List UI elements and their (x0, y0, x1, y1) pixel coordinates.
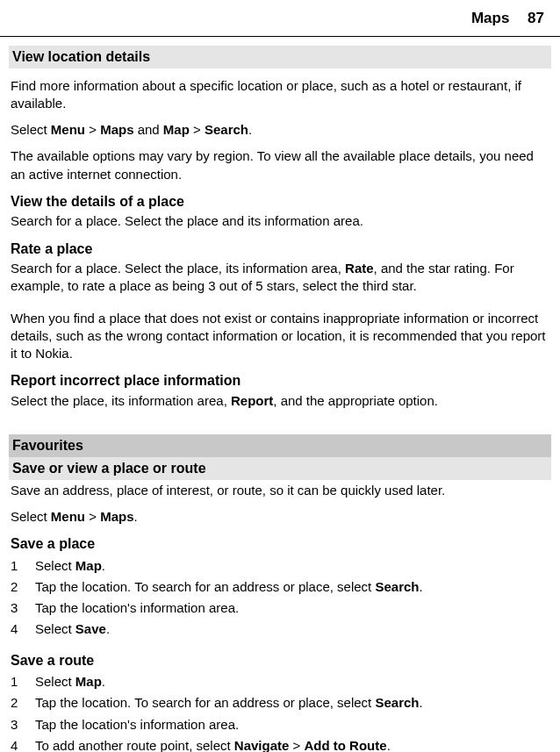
list-item: 4To add another route point, select Navi… (11, 735, 549, 752)
heading-save-place: Save a place (9, 534, 551, 554)
text: > (85, 122, 100, 137)
search-label: Search (205, 122, 248, 137)
heading-save-route: Save a route (9, 651, 551, 670)
list-text: Tap the location's information area. (35, 716, 549, 734)
list-text: Tap the location. To search for an addre… (35, 694, 549, 712)
heading-save-view-place-route: Save or view a place or route (9, 457, 551, 480)
list-text: Select Map. (35, 557, 549, 575)
list-text: To add another route point, select Navig… (35, 737, 549, 752)
heading-rate-place: Rate a place (9, 240, 551, 259)
para: Save an address, place of interest, or r… (11, 482, 549, 499)
list-item: 1Select Map. (11, 671, 549, 692)
heading-view-details: View the details of a place (9, 192, 551, 211)
text: . (133, 509, 137, 524)
map-label: Map (75, 674, 102, 689)
menu-label: Menu (51, 509, 85, 524)
list-text: Select Map. (35, 673, 549, 691)
list-text: Tap the location. To search for an addre… (35, 578, 549, 596)
text: > (289, 738, 304, 752)
text: > (190, 122, 205, 137)
text: Tap the location. To search for an addre… (35, 695, 375, 710)
text: . (106, 621, 110, 636)
map-label: Map (163, 122, 190, 137)
maps-label: Maps (100, 509, 133, 524)
para: Search for a place. Select the place, it… (11, 260, 549, 296)
heading-report-incorrect: Report incorrect place information (9, 371, 551, 390)
list-item: 1Select Map. (11, 555, 549, 577)
rate-label: Rate (345, 261, 374, 276)
map-label: Map (75, 558, 102, 573)
list-item: 2Tap the location. To search for an addr… (11, 577, 549, 598)
text: . (420, 579, 423, 594)
search-label: Search (375, 695, 419, 710)
text: > (85, 509, 100, 524)
save-label: Save (75, 621, 106, 636)
save-route-list: 1Select Map. 2Tap the location. To searc… (11, 671, 549, 752)
list-text: Tap the location's information area. (35, 599, 549, 617)
list-text: Select Save. (35, 620, 549, 638)
para: Search for a place. Select the place and… (11, 212, 549, 230)
list-number: 2 (11, 694, 35, 712)
para: Select the place, its information area, … (11, 392, 549, 410)
text: Tap the location. To search for an addre… (35, 579, 375, 594)
text: Select (35, 558, 75, 573)
list-item: 3Tap the location's information area. (11, 598, 549, 619)
search-label: Search (375, 579, 419, 594)
text: . (248, 122, 252, 137)
list-number: 3 (11, 716, 35, 734)
list-number: 4 (11, 737, 35, 752)
list-number: 3 (11, 599, 35, 617)
text: Select (11, 122, 51, 137)
page-content: View location details Find more informat… (0, 46, 560, 752)
text: Select (35, 674, 75, 689)
list-item: 4Select Save. (11, 619, 549, 640)
menu-label: Menu (51, 122, 85, 137)
text: Select (11, 509, 51, 524)
para: The available options may vary by region… (11, 147, 549, 183)
text: Select (35, 621, 75, 636)
page-header: Maps 87 (0, 0, 560, 34)
para: Select Menu > Maps. (11, 508, 549, 526)
list-item: 3Tap the location's information area. (11, 714, 549, 735)
list-number: 1 (11, 673, 35, 691)
text: . (420, 695, 423, 710)
list-number: 4 (11, 620, 35, 638)
text: . (387, 738, 391, 752)
text: Search for a place. Select the place, it… (11, 261, 345, 276)
para: When you find a place that does not exis… (11, 310, 549, 363)
navigate-label: Navigate (234, 738, 290, 752)
list-number: 1 (11, 557, 35, 575)
header-page-number: 87 (528, 10, 544, 26)
text: To add another route point, select (35, 738, 234, 752)
save-place-list: 1Select Map. 2Tap the location. To searc… (11, 555, 549, 641)
text: Select the place, its information area, (11, 393, 231, 408)
text: . (102, 558, 105, 573)
heading-favourites: Favourites (9, 434, 551, 457)
add-to-route-label: Add to Route (304, 738, 386, 752)
text: . (102, 674, 105, 689)
list-number: 2 (11, 578, 35, 596)
para: Find more information about a specific l… (11, 77, 549, 113)
maps-label: Maps (100, 122, 133, 137)
report-label: Report (231, 393, 273, 408)
heading-view-location-details: View location details (9, 46, 551, 68)
text: , and the appropriate option. (273, 393, 438, 408)
list-item: 2Tap the location. To search for an addr… (11, 692, 549, 713)
header-section: Maps (471, 10, 509, 26)
header-rule (0, 36, 560, 37)
text: and (133, 122, 162, 137)
para: Select Menu > Maps and Map > Search. (11, 121, 549, 139)
